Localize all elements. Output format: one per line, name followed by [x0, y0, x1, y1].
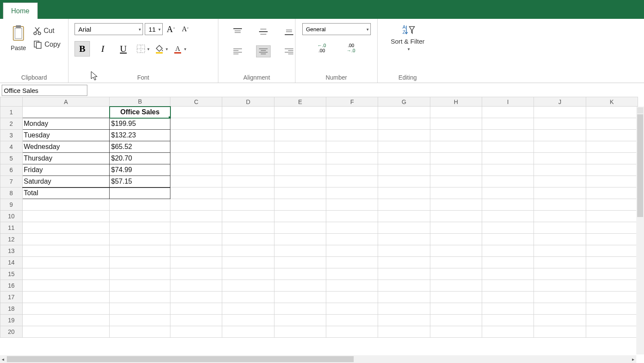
cell-B3[interactable]: $132.23 — [110, 130, 170, 141]
cell-D1[interactable] — [222, 107, 274, 118]
increase-font-button[interactable]: A˄ — [164, 23, 177, 35]
cell-K17[interactable] — [586, 292, 638, 303]
cell-D2[interactable] — [222, 118, 274, 130]
cell-K15[interactable] — [586, 268, 638, 280]
cell-I11[interactable] — [482, 222, 534, 234]
cell-K6[interactable] — [586, 164, 638, 176]
align-right-button[interactable] — [282, 45, 296, 57]
cell-E2[interactable] — [274, 118, 326, 130]
cell-B10[interactable] — [110, 211, 170, 222]
font-color-button[interactable]: A ▾ — [173, 44, 186, 54]
cell-A20[interactable] — [22, 326, 110, 338]
cell-J16[interactable] — [534, 280, 586, 292]
cell-D6[interactable] — [222, 164, 274, 176]
cell-K12[interactable] — [586, 234, 638, 245]
cell-A18[interactable] — [22, 303, 110, 315]
cell-H15[interactable] — [430, 268, 482, 280]
cell-E17[interactable] — [274, 292, 326, 303]
cell-D11[interactable] — [222, 222, 274, 234]
horizontal-scrollbar[interactable]: ◂ ▸ — [0, 355, 636, 363]
borders-button[interactable]: ▾ — [136, 44, 149, 54]
cell-D5[interactable] — [222, 153, 274, 164]
col-header[interactable]: G — [378, 97, 430, 107]
increase-decimal-button[interactable]: ←.0.00 — [317, 43, 326, 53]
cell-I4[interactable] — [482, 141, 534, 153]
cell-K1[interactable] — [586, 107, 638, 118]
cell-E16[interactable] — [274, 280, 326, 292]
cell-K11[interactable] — [586, 222, 638, 234]
scroll-right-icon[interactable]: ▸ — [632, 357, 635, 362]
cell-F2[interactable] — [326, 118, 378, 130]
cell-J9[interactable] — [534, 199, 586, 211]
cell-H9[interactable] — [430, 199, 482, 211]
cell-G5[interactable] — [378, 153, 430, 164]
col-header[interactable]: K — [586, 97, 638, 107]
cell-F19[interactable] — [326, 315, 378, 326]
cell-A7[interactable]: Saturday — [22, 176, 110, 187]
cell-F12[interactable] — [326, 234, 378, 245]
cell-K5[interactable] — [586, 153, 638, 164]
cell-B8[interactable] — [110, 187, 170, 199]
cell-G4[interactable] — [378, 141, 430, 153]
cell-K18[interactable] — [586, 303, 638, 315]
cell-C3[interactable] — [170, 130, 222, 141]
cell-B12[interactable] — [110, 234, 170, 245]
row-header[interactable]: 4 — [0, 141, 23, 153]
cell-A19[interactable] — [22, 315, 110, 326]
cell-I12[interactable] — [482, 234, 534, 245]
cell-I6[interactable] — [482, 164, 534, 176]
cell-H10[interactable] — [430, 211, 482, 222]
decrease-decimal-button[interactable]: .00→.0 — [347, 43, 355, 53]
row-header[interactable]: 7 — [0, 176, 23, 187]
cell-C16[interactable] — [170, 280, 222, 292]
col-header[interactable]: D — [222, 97, 274, 107]
cell-G8[interactable] — [378, 187, 430, 199]
spreadsheet[interactable]: A B C D E F G H I J K 1Office Sales2Mond… — [0, 97, 644, 354]
row-header[interactable]: 5 — [0, 153, 23, 164]
col-header[interactable]: E — [274, 97, 326, 107]
cell-A6[interactable]: Friday — [22, 164, 110, 176]
cell-E15[interactable] — [274, 268, 326, 280]
cell-G3[interactable] — [378, 130, 430, 141]
cell-G11[interactable] — [378, 222, 430, 234]
cell-J4[interactable] — [534, 141, 586, 153]
cell-B13[interactable] — [110, 245, 170, 257]
row-header[interactable]: 1 — [0, 107, 23, 118]
cell-G15[interactable] — [378, 268, 430, 280]
cell-H12[interactable] — [430, 234, 482, 245]
cell-H16[interactable] — [430, 280, 482, 292]
cell-E5[interactable] — [274, 153, 326, 164]
cell-B2[interactable]: $199.95 — [110, 118, 170, 130]
cell-F3[interactable] — [326, 130, 378, 141]
cell-F1[interactable] — [326, 107, 378, 118]
cell-H19[interactable] — [430, 315, 482, 326]
cell-I15[interactable] — [482, 268, 534, 280]
font-name-select[interactable]: Arial ▾ — [75, 23, 143, 35]
cell-B5[interactable]: $20.70 — [110, 153, 170, 164]
cell-F17[interactable] — [326, 292, 378, 303]
cell-D15[interactable] — [222, 268, 274, 280]
grid[interactable]: A B C D E F G H I J K 1Office Sales2Mond… — [0, 97, 638, 338]
cell-J12[interactable] — [534, 234, 586, 245]
cell-J1[interactable] — [534, 107, 586, 118]
cell-I19[interactable] — [482, 315, 534, 326]
cell-E1[interactable] — [274, 107, 326, 118]
row-header[interactable]: 17 — [0, 292, 23, 303]
cell-D17[interactable] — [222, 292, 274, 303]
cell-G2[interactable] — [378, 118, 430, 130]
cell-J15[interactable] — [534, 268, 586, 280]
row-header[interactable]: 10 — [0, 211, 23, 222]
cell-A9[interactable] — [22, 199, 110, 211]
cell-E4[interactable] — [274, 141, 326, 153]
cell-F4[interactable] — [326, 141, 378, 153]
cell-K20[interactable] — [586, 326, 638, 338]
cell-E12[interactable] — [274, 234, 326, 245]
cell-H8[interactable] — [430, 187, 482, 199]
cell-J18[interactable] — [534, 303, 586, 315]
decrease-font-button[interactable]: A˅ — [179, 23, 192, 35]
cell-B20[interactable] — [110, 326, 170, 338]
cell-J7[interactable] — [534, 176, 586, 187]
cell-D4[interactable] — [222, 141, 274, 153]
cell-D14[interactable] — [222, 257, 274, 268]
row-header[interactable]: 16 — [0, 280, 23, 292]
